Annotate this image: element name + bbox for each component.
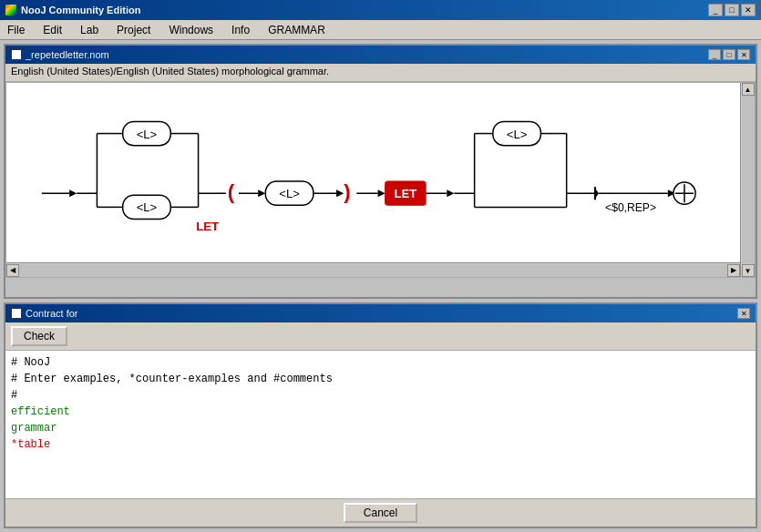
window-controls[interactable]: _ □ ✕ <box>708 4 756 16</box>
svg-marker-1 <box>69 189 77 197</box>
menu-edit[interactable]: Edit <box>39 23 66 37</box>
svg-marker-30 <box>447 189 454 197</box>
grammar-title-left: _repetedletter.nom <box>11 49 109 60</box>
grammar-window-title: _repetedletter.nom <box>26 49 109 60</box>
grammar-window-controls[interactable]: _ □ ✕ <box>708 49 750 60</box>
contract-line-5: grammar <box>11 420 750 436</box>
scroll-left-button[interactable]: ◀ <box>6 264 19 277</box>
menu-windows[interactable]: Windows <box>165 23 217 37</box>
svg-text:(: ( <box>228 180 235 203</box>
grammar-minimize-button[interactable]: _ <box>708 49 721 60</box>
diagram-area: <L> <L> ( <box>5 82 756 278</box>
svg-text:<$0,REP>: <$0,REP> <box>605 201 656 214</box>
grammar-window: _repetedletter.nom _ □ ✕ English (United… <box>4 44 757 299</box>
svg-text:<L>: <L> <box>137 200 158 214</box>
app-title-bar: NooJ Community Edition _ □ ✕ <box>0 0 761 20</box>
grammar-title-bar: _repetedletter.nom _ □ ✕ <box>5 46 756 64</box>
scroll-right-button[interactable]: ▶ <box>727 264 740 277</box>
svg-text:<L>: <L> <box>507 128 528 141</box>
app-title: NooJ Community Edition <box>21 5 140 15</box>
contract-title-bar: Contract for ✕ <box>5 304 756 322</box>
contract-close-button[interactable]: ✕ <box>737 308 750 319</box>
menu-file[interactable]: File <box>4 23 28 37</box>
contract-line-2: # Enter examples, *counter-examples and … <box>11 371 750 387</box>
diagram-scrollbar-horizontal[interactable]: ◀ ▶ <box>6 262 740 277</box>
close-button[interactable]: ✕ <box>741 4 756 16</box>
svg-text:<L>: <L> <box>279 187 300 200</box>
contract-window: Contract for ✕ Check # NooJ # Enter exam… <box>4 302 757 528</box>
menu-project[interactable]: Project <box>113 23 154 37</box>
grammar-diagram: <L> <L> ( <box>6 83 740 262</box>
scroll-track-vertical <box>742 96 755 264</box>
grammar-doc-icon <box>11 49 22 60</box>
svg-text:<L>: <L> <box>137 128 158 141</box>
svg-text:LET: LET <box>196 220 219 233</box>
contract-content: # NooJ # Enter examples, *counter-exampl… <box>5 351 756 498</box>
contract-window-title: Contract for <box>26 308 77 319</box>
app-icon <box>5 5 16 15</box>
menu-bar: File Edit Lab Project Windows Info GRAMM… <box>0 20 761 40</box>
maximize-button[interactable]: □ <box>725 4 739 16</box>
contract-line-4: efficient <box>11 404 750 420</box>
diagram-scrollbar-vertical[interactable]: ▲ ▼ <box>740 83 755 277</box>
menu-grammar[interactable]: GRAMMAR <box>264 23 329 37</box>
contract-line-6: *table <box>11 436 750 453</box>
contract-doc-icon <box>11 308 22 319</box>
svg-text:): ) <box>344 180 350 203</box>
svg-text:LET: LET <box>394 187 416 200</box>
main-container: _repetedletter.nom _ □ ✕ English (United… <box>0 40 761 532</box>
contract-line-3: # <box>11 387 750 404</box>
menu-lab[interactable]: Lab <box>77 23 102 37</box>
contract-title-left: Contract for <box>11 308 77 319</box>
menu-info[interactable]: Info <box>228 23 253 37</box>
grammar-status: English (United States)/English (United … <box>5 64 756 82</box>
cancel-button[interactable]: Cancel <box>344 503 417 523</box>
minimize-button[interactable]: _ <box>708 4 723 16</box>
title-bar-left: NooJ Community Edition <box>5 5 140 15</box>
contract-footer: Cancel <box>5 498 756 527</box>
grammar-maximize-button[interactable]: □ <box>723 49 735 60</box>
svg-marker-18 <box>258 189 265 197</box>
contract-toolbar: Check <box>5 322 756 351</box>
scroll-down-button[interactable]: ▼ <box>742 264 755 277</box>
contract-line-1: # NooJ <box>11 354 750 371</box>
scroll-up-button[interactable]: ▲ <box>742 83 755 96</box>
svg-marker-26 <box>378 189 386 197</box>
grammar-close-button[interactable]: ✕ <box>737 49 750 60</box>
scroll-track-horizontal[interactable] <box>19 264 727 277</box>
svg-marker-23 <box>336 189 344 197</box>
check-button[interactable]: Check <box>11 326 67 346</box>
